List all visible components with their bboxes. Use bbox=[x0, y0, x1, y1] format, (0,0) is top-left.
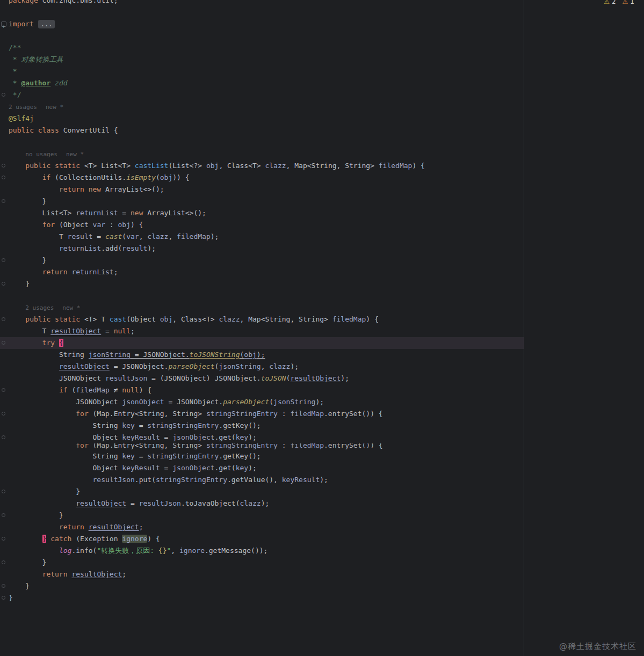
fold-marker-icon[interactable] bbox=[2, 317, 5, 321]
code-line[interactable]: log.info("转换失败，原因: {}", ignore.getMessag… bbox=[0, 545, 524, 557]
code-line[interactable]: } bbox=[0, 254, 524, 266]
code-token: ; bbox=[122, 570, 126, 578]
inspections-widget[interactable]: ⚠2⚠1 bbox=[604, 0, 639, 5]
code-token: ); bbox=[320, 476, 328, 484]
code-line[interactable]: * bbox=[0, 65, 524, 77]
code-line[interactable]: no usagesnew * bbox=[0, 148, 524, 160]
code-line[interactable]: for (Map.Entry<String, String> stringStr… bbox=[0, 408, 524, 420]
code-token: new * bbox=[62, 304, 80, 311]
code-token bbox=[9, 362, 59, 370]
code-line[interactable]: resultJson.put(stringStringEntry.getValu… bbox=[0, 474, 524, 486]
code-line[interactable]: if (filedMap ≠ null) { bbox=[0, 384, 524, 396]
code-token: = JSONObject. bbox=[110, 362, 169, 370]
code-line[interactable]: } bbox=[0, 486, 524, 498]
code-token: .info( bbox=[71, 546, 97, 555]
code-line[interactable]: /** bbox=[0, 42, 524, 54]
code-line[interactable]: String key = stringStringEntry.getKey(); bbox=[0, 420, 524, 432]
code-line[interactable]: JSONObject resultJson = (JSONObject) JSO… bbox=[0, 373, 524, 384]
code-line[interactable]: try { bbox=[0, 337, 524, 349]
code-line[interactable]: import ... bbox=[0, 18, 524, 30]
code-line[interactable]: } bbox=[0, 278, 524, 290]
code-token bbox=[9, 150, 25, 158]
fold-marker-icon[interactable] bbox=[2, 176, 5, 179]
code-line[interactable] bbox=[0, 136, 524, 148]
code-line[interactable]: List<T> returnList = new ArrayList<>(); bbox=[0, 207, 524, 219]
code-token bbox=[9, 268, 42, 276]
fold-marker-icon[interactable] bbox=[2, 93, 5, 97]
code-line[interactable]: for (Map.Entry<String, String> stringStr… bbox=[0, 443, 524, 450]
code-line[interactable]: } bbox=[0, 557, 524, 568]
fold-marker-icon[interactable] bbox=[2, 513, 5, 517]
fold-marker-icon[interactable] bbox=[2, 584, 5, 588]
code-token bbox=[9, 339, 42, 347]
code-line[interactable]: JSONObject jsonObject = JSONObject.parse… bbox=[0, 396, 524, 408]
code-line[interactable]: } bbox=[0, 592, 524, 604]
code-line[interactable]: 2 usagesnew * bbox=[0, 302, 524, 314]
code-line[interactable]: String jsonString = JSONObject.toJSONStr… bbox=[0, 349, 524, 361]
code-line[interactable] bbox=[0, 6, 524, 18]
fold-marker-icon[interactable] bbox=[2, 282, 5, 286]
code-token: import bbox=[9, 20, 34, 28]
code-token: clazz bbox=[219, 315, 240, 323]
code-line[interactable]: T result = cast(var, clazz, filedMap); bbox=[0, 231, 524, 243]
code-token: jsonObject bbox=[172, 433, 214, 441]
fold-marker-icon[interactable] bbox=[2, 164, 5, 167]
fold-marker-icon[interactable] bbox=[2, 490, 5, 493]
fold-marker-icon[interactable] bbox=[2, 388, 5, 392]
code-line[interactable]: String key = stringStringEntry.getKey(); bbox=[0, 450, 524, 462]
code-token: jsonString bbox=[273, 398, 315, 406]
code-token: parseObject bbox=[168, 362, 214, 370]
code-token: "转换失败，原因: bbox=[97, 546, 158, 555]
code-line[interactable]: * 对象转换工具 bbox=[0, 54, 524, 65]
code-line[interactable]: resultObject = JSONObject.parseObject(js… bbox=[0, 361, 524, 373]
code-token: } bbox=[9, 594, 13, 602]
code-line[interactable]: @Slf4j bbox=[0, 113, 524, 125]
code-token: keyResult bbox=[282, 476, 320, 484]
code-token: ); bbox=[147, 244, 156, 252]
code-line[interactable]: Object keyResult = jsonObject.get(key); bbox=[0, 432, 524, 443]
code-line[interactable]: * @author zdd bbox=[0, 77, 524, 89]
code-line[interactable]: } bbox=[0, 509, 524, 521]
code-token: , Map<String, String> bbox=[240, 315, 332, 323]
code-line[interactable]: returnList.add(result); bbox=[0, 243, 524, 254]
code-line[interactable]: resultObject = resultJson.toJavaObject(c… bbox=[0, 498, 524, 509]
code-line[interactable]: for (Object var : obj) { bbox=[0, 219, 524, 231]
code-line[interactable]: return resultObject; bbox=[0, 521, 524, 533]
fold-marker-icon[interactable] bbox=[2, 341, 5, 345]
code-line[interactable]: if (CollectionUtils.isEmpty(obj)) { bbox=[0, 172, 524, 184]
code-line[interactable]: T resultObject = null; bbox=[0, 325, 524, 337]
code-line[interactable]: return returnList; bbox=[0, 266, 524, 278]
code-line[interactable]: public class ConvertUtil { bbox=[0, 125, 524, 136]
code-line[interactable] bbox=[0, 30, 524, 42]
fold-marker-icon[interactable] bbox=[2, 258, 5, 262]
fold-marker-icon[interactable] bbox=[2, 435, 5, 439]
code-line[interactable] bbox=[0, 290, 524, 302]
code-token: { bbox=[59, 339, 63, 347]
code-token: } bbox=[9, 487, 80, 495]
code-token: String bbox=[9, 421, 122, 429]
code-token: , bbox=[168, 232, 177, 240]
code-line[interactable]: */ bbox=[0, 89, 524, 101]
code-line[interactable]: package com.zhqc.bms.util; bbox=[0, 0, 524, 6]
code-line[interactable]: public static <T> List<T> castList(List<… bbox=[0, 160, 524, 172]
code-line[interactable]: Object keyResult = jsonObject.get(key); bbox=[0, 462, 524, 474]
fold-expand-icon[interactable] bbox=[1, 21, 6, 27]
code-token: .add( bbox=[101, 244, 122, 252]
code-line[interactable]: public static <T> T cast(Object obj, Cla… bbox=[0, 314, 524, 325]
code-line[interactable]: return resultObject; bbox=[0, 568, 524, 580]
code-line[interactable]: } bbox=[0, 580, 524, 592]
code-line[interactable]: 2 usagesnew * bbox=[0, 101, 524, 113]
code-line[interactable]: } catch (Exception ignore) { bbox=[0, 533, 524, 545]
code-editor[interactable]: package com.zhqc.bms.util;import .../** … bbox=[0, 0, 524, 656]
fold-marker-icon[interactable] bbox=[2, 537, 5, 541]
fold-marker-icon[interactable] bbox=[2, 199, 5, 203]
code-token bbox=[9, 221, 42, 229]
code-token: obj bbox=[118, 221, 131, 229]
code-token: keyResult bbox=[122, 464, 160, 472]
fold-marker-icon[interactable] bbox=[2, 412, 5, 416]
fold-marker-icon[interactable] bbox=[2, 560, 5, 564]
code-token: stringStringEntry bbox=[147, 452, 219, 460]
code-line[interactable]: return new ArrayList<>(); bbox=[0, 184, 524, 195]
code-line[interactable]: } bbox=[0, 195, 524, 207]
fold-marker-icon[interactable] bbox=[2, 596, 5, 600]
